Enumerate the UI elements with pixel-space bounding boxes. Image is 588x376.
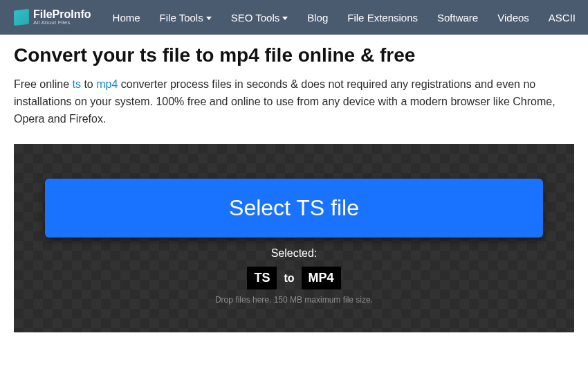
target-format-badge[interactable]: MP4 xyxy=(302,267,341,289)
page-subtitle: Convert your ts file to mp4 file online … xyxy=(14,44,574,66)
nav-home[interactable]: Home xyxy=(105,12,148,24)
source-format-badge: TS xyxy=(247,267,277,289)
to-label: to xyxy=(284,272,294,285)
format-to-link[interactable]: mp4 xyxy=(96,78,118,90)
site-logo[interactable]: FileProInfo All About Files xyxy=(14,9,91,26)
selected-label: Selected: xyxy=(45,247,543,260)
format-from-link[interactable]: ts xyxy=(73,78,81,90)
nav-file-extensions[interactable]: File Extensions xyxy=(340,12,425,24)
nav-file-tools[interactable]: File Tools xyxy=(152,12,219,24)
logo-title: FileProInfo xyxy=(33,9,91,20)
logo-subtitle: All About Files xyxy=(33,20,91,26)
nav-software[interactable]: Software xyxy=(430,12,486,24)
logo-icon xyxy=(14,9,29,26)
chevron-down-icon xyxy=(282,17,288,20)
select-file-button[interactable]: Select TS file xyxy=(45,179,543,238)
main-content: Convert your ts file to mp4 file online … xyxy=(0,37,588,127)
chevron-down-icon xyxy=(206,17,212,20)
top-navbar: FileProInfo All About Files Home File To… xyxy=(0,0,588,35)
format-row: TS to MP4 xyxy=(45,267,543,289)
file-drop-area[interactable]: Select TS file Selected: TS to MP4 Drop … xyxy=(14,144,574,332)
nav-seo-tools[interactable]: SEO Tools xyxy=(223,12,296,24)
upload-hint: Drop files here. 150 MB maximum file siz… xyxy=(45,295,543,305)
nav-videos[interactable]: Videos xyxy=(490,12,537,24)
nav-ascii[interactable]: ASCII xyxy=(541,12,583,24)
nav-blog[interactable]: Blog xyxy=(300,12,336,24)
page-description: Free online ts to mp4 converter process … xyxy=(14,76,574,127)
